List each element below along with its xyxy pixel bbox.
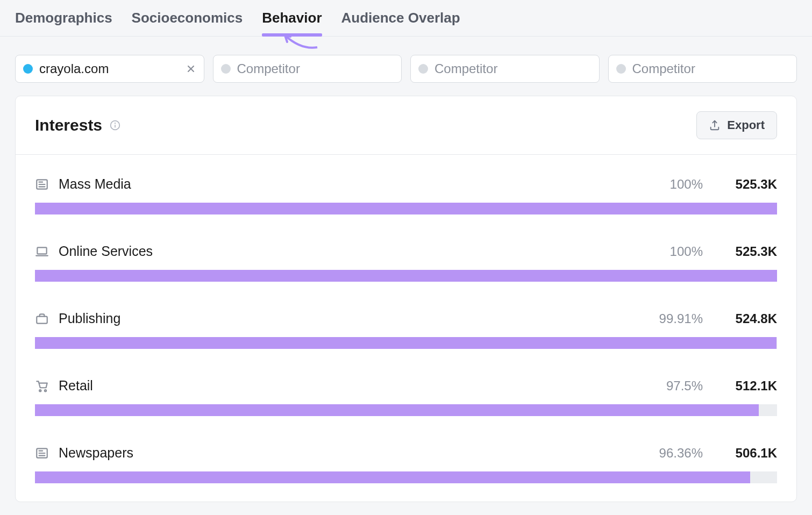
bar-track bbox=[35, 203, 777, 214]
domain-input-primary[interactable]: crayola.com bbox=[15, 55, 204, 83]
interest-value: 525.3K bbox=[728, 177, 777, 192]
svg-rect-10 bbox=[37, 247, 46, 254]
interest-name: Retail bbox=[59, 378, 657, 394]
domain-placeholder: Competitor bbox=[435, 61, 592, 76]
export-icon bbox=[709, 119, 721, 131]
clear-icon[interactable] bbox=[186, 63, 196, 74]
interest-value: 524.8K bbox=[728, 311, 777, 326]
bar-track bbox=[35, 404, 777, 416]
interest-name: Publishing bbox=[59, 311, 650, 326]
domain-value: crayola.com bbox=[39, 61, 179, 76]
interest-value: 506.1K bbox=[728, 446, 777, 461]
briefcase-icon bbox=[35, 312, 49, 326]
bar-track bbox=[35, 270, 777, 282]
interest-name: Online Services bbox=[59, 244, 660, 259]
news-icon bbox=[35, 177, 49, 191]
bar-track bbox=[35, 337, 777, 349]
svg-point-4 bbox=[115, 123, 116, 124]
interest-row: Retail 97.5% 512.1K bbox=[35, 367, 777, 434]
interests-list: Mass Media 100% 525.3K Online Services 1… bbox=[16, 155, 796, 502]
domain-color-dot bbox=[418, 64, 428, 74]
interest-value: 512.1K bbox=[728, 378, 777, 394]
domain-color-dot bbox=[616, 64, 626, 74]
interest-percent: 100% bbox=[670, 244, 703, 259]
bar-fill bbox=[35, 270, 777, 282]
domain-color-dot bbox=[23, 64, 33, 74]
bar-fill bbox=[35, 203, 777, 214]
interests-card: Interests Export Mass Media 100% 525.3K bbox=[15, 96, 797, 502]
domain-row: crayola.com Competitor Competitor Compet… bbox=[0, 37, 812, 96]
bar-fill bbox=[35, 404, 759, 416]
card-title: Interests bbox=[35, 116, 102, 134]
tab-behavior[interactable]: Behavior bbox=[262, 10, 322, 36]
domain-input-competitor-1[interactable]: Competitor bbox=[213, 55, 402, 83]
domain-color-dot bbox=[221, 64, 231, 74]
interest-row: Online Services 100% 525.3K bbox=[35, 233, 777, 300]
interest-value: 525.3K bbox=[728, 244, 777, 259]
interest-row: Mass Media 100% 525.3K bbox=[35, 166, 777, 233]
news-icon bbox=[35, 446, 49, 460]
tab-socioeconomics[interactable]: Socioeconomics bbox=[132, 10, 243, 36]
interest-name: Mass Media bbox=[59, 176, 660, 192]
cart-icon bbox=[35, 379, 49, 393]
tab-demographics[interactable]: Demographics bbox=[15, 10, 112, 36]
interest-name: Newspapers bbox=[59, 445, 650, 461]
bar-fill bbox=[35, 337, 777, 349]
export-label: Export bbox=[727, 118, 765, 132]
interest-percent: 97.5% bbox=[666, 378, 703, 394]
domain-input-competitor-3[interactable]: Competitor bbox=[608, 55, 797, 83]
interest-percent: 96.36% bbox=[659, 446, 703, 461]
export-button[interactable]: Export bbox=[696, 111, 777, 139]
bar-fill bbox=[35, 471, 750, 483]
domain-placeholder: Competitor bbox=[632, 61, 789, 76]
tab-audience-overlap[interactable]: Audience Overlap bbox=[341, 10, 460, 36]
svg-point-13 bbox=[39, 390, 41, 391]
interest-percent: 100% bbox=[670, 177, 703, 192]
interest-row: Newspapers 96.36% 506.1K bbox=[35, 434, 777, 502]
interest-row: Publishing 99.91% 524.8K bbox=[35, 300, 777, 367]
interest-percent: 99.91% bbox=[659, 311, 703, 326]
info-icon[interactable] bbox=[110, 120, 120, 131]
bar-track bbox=[35, 471, 777, 483]
domain-placeholder: Competitor bbox=[237, 61, 394, 76]
svg-point-14 bbox=[45, 390, 46, 391]
card-header: Interests Export bbox=[16, 96, 796, 155]
nav-tabs: Demographics Socioeconomics Behavior Aud… bbox=[0, 0, 812, 37]
svg-rect-12 bbox=[37, 316, 47, 323]
domain-input-competitor-2[interactable]: Competitor bbox=[410, 55, 600, 83]
laptop-icon bbox=[35, 245, 49, 259]
